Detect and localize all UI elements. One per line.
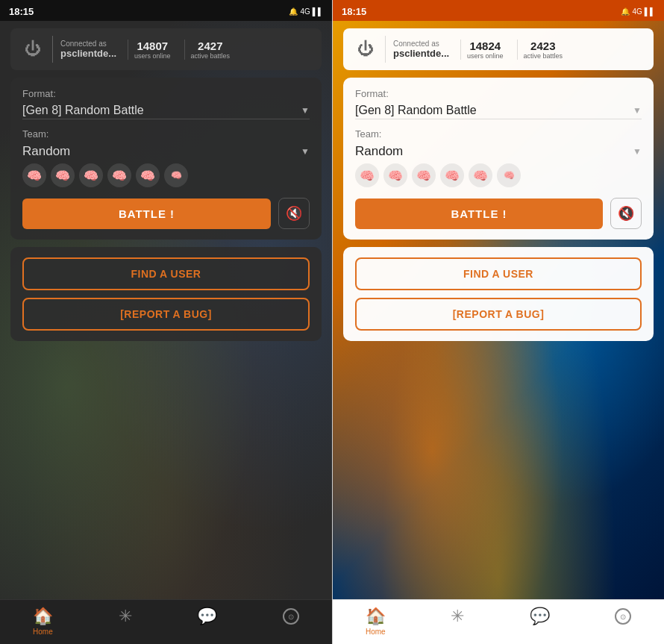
connected-username-left: psclientde... (60, 48, 120, 59)
search-icon-right: ✳ (451, 607, 464, 626)
active-battles-number-left: 2427 (198, 40, 222, 52)
users-online-number-left: 14807 (137, 40, 168, 52)
nav-pokeball-left[interactable]: ⊙ · (283, 608, 299, 634)
team-value-left: Random (22, 144, 70, 159)
active-battles-number-right: 2423 (530, 40, 555, 52)
battle-button-left[interactable]: BATTLE ! (22, 198, 271, 229)
active-battles-block-left: 2427 active battles (184, 40, 237, 60)
home-label-left: Home (33, 628, 53, 636)
main-content-right: ⏻ Connected as psclientde... 14824 users… (333, 21, 664, 599)
connected-info-right: Connected as psclientde... (393, 40, 453, 59)
mute-button-left[interactable]: 🔇 (278, 198, 310, 229)
status-icons-left: 🔔 4G ▌▌ (289, 7, 323, 16)
status-bar-right: 18:15 🔔 4G ▌▌ (333, 0, 664, 21)
power-icon-left: ⏻ (25, 40, 41, 59)
connected-info-left: Connected as psclientde... (60, 40, 120, 59)
divider-right (385, 36, 386, 63)
pokemon-icon-5-right: 🧠 (469, 163, 492, 187)
notification-icon-right: 🔔 (621, 7, 630, 16)
find-user-button-right[interactable]: FIND A USER (355, 257, 642, 290)
pokemon-icon-2-right: 🧠 (383, 163, 407, 187)
nav-search-right[interactable]: ✳ · (451, 607, 464, 636)
pokemon-icon-6-left: 🧠 (164, 163, 188, 187)
signal-icon-right: 4G (632, 7, 642, 16)
pokeball-icon-right: ⊙ (615, 608, 631, 625)
divider-left (52, 36, 53, 63)
pokemon-icon-4-left: 🧠 (107, 163, 131, 187)
team-dropdown-right[interactable]: Random ▼ (355, 144, 642, 159)
connected-username-right: psclientde... (393, 48, 453, 59)
battle-button-right[interactable]: BATTLE ! (355, 198, 603, 229)
search-icon-left: ✳ (119, 607, 132, 626)
team-label-left: Team: (22, 128, 310, 140)
chat-icon-right: 💬 (530, 607, 550, 626)
nav-chat-left[interactable]: 💬 · (197, 607, 217, 636)
battle-actions-left: BATTLE ! 🔇 (22, 198, 310, 229)
pokemon-icon-2-left: 🧠 (51, 163, 75, 187)
format-value-left: [Gen 8] Random Battle (22, 104, 144, 117)
format-dropdown-left[interactable]: [Gen 8] Random Battle ▼ (22, 104, 310, 119)
team-arrow-left: ▼ (301, 146, 310, 157)
status-time-right: 18:15 (342, 6, 366, 17)
connected-label-left: Connected as (60, 40, 120, 48)
users-online-block-left: 14807 users online (128, 40, 177, 60)
power-icon-right: ⏻ (357, 40, 374, 59)
pokemon-icon-3-right: 🧠 (412, 163, 436, 187)
home-icon-right: 🏠 (366, 607, 386, 626)
main-content-left: ⏻ Connected as psclientde... 14807 users… (0, 21, 332, 599)
team-dropdown-left[interactable]: Random ▼ (22, 144, 310, 159)
pokemon-icon-3-left: 🧠 (79, 163, 103, 187)
nav-chat-right[interactable]: 💬 · (530, 607, 550, 636)
pokemon-icon-4-right: 🧠 (440, 163, 464, 187)
mute-icon-left: 🔇 (286, 205, 302, 222)
home-label-right: Home (366, 628, 386, 636)
active-battles-label-right: active battles (524, 52, 563, 60)
team-value-right: Random (355, 144, 403, 159)
status-icons-right: 🔔 4G ▌▌ (621, 7, 655, 16)
chat-icon-left: 💬 (197, 607, 217, 626)
pokemon-icon-5-left: 🧠 (136, 163, 160, 187)
signal-icon-left: 4G (300, 7, 310, 16)
format-label-left: Format: (22, 88, 310, 99)
format-dropdown-right[interactable]: [Gen 8] Random Battle ▼ (355, 104, 642, 119)
right-phone-panel: 18:15 🔔 4G ▌▌ ⏻ Connected as psclientde.… (332, 0, 664, 644)
left-phone-panel: 18:15 🔔 4G ▌▌ ⏻ Connected as psclientde.… (0, 0, 332, 644)
nav-home-right[interactable]: 🏠 Home (366, 607, 386, 636)
users-online-label-right: users online (467, 52, 504, 60)
wifi-icon-right: ▌▌ (645, 7, 655, 16)
battle-card-right: Format: [Gen 8] Random Battle ▼ Team: Ra… (343, 78, 654, 240)
pokemon-icon-1-left: 🧠 (22, 163, 46, 187)
notification-icon-left: 🔔 (289, 7, 298, 16)
status-bar-left: 18:15 🔔 4G ▌▌ (0, 0, 332, 21)
find-user-button-left[interactable]: FIND A USER (22, 257, 310, 290)
format-arrow-left: ▼ (301, 105, 310, 116)
nav-pokeball-right[interactable]: ⊙ · (615, 608, 631, 634)
pokemon-icons-left: 🧠 🧠 🧠 🧠 🧠 🧠 (22, 163, 310, 187)
power-icon-wrap-left[interactable]: ⏻ (21, 37, 45, 61)
format-value-right: [Gen 8] Random Battle (355, 104, 477, 117)
report-bug-button-right[interactable]: [REPORT A BUG] (355, 298, 642, 331)
format-label-right: Format: (355, 88, 642, 99)
team-arrow-right: ▼ (633, 146, 642, 157)
users-online-label-left: users online (134, 52, 171, 60)
pokemon-icons-right: 🧠 🧠 🧠 🧠 🧠 🧠 (355, 163, 642, 187)
nav-home-left[interactable]: 🏠 Home (33, 607, 53, 636)
active-battles-block-right: 2423 active battles (517, 40, 569, 60)
pokemon-icon-6-right: 🧠 (497, 163, 521, 187)
team-label-right: Team: (355, 128, 642, 140)
pokemon-icon-1-right: 🧠 (355, 163, 379, 187)
battle-card-left: Format: [Gen 8] Random Battle ▼ Team: Ra… (10, 78, 322, 240)
nav-search-left[interactable]: ✳ · (119, 607, 132, 636)
power-icon-wrap-right[interactable]: ⏻ (354, 37, 378, 61)
report-bug-button-left[interactable]: [REPORT A BUG] (22, 298, 310, 331)
mute-button-right[interactable]: 🔇 (610, 198, 642, 229)
wifi-icon-left: ▌▌ (313, 7, 323, 16)
connected-label-right: Connected as (393, 40, 453, 48)
mute-icon-right: 🔇 (618, 205, 634, 222)
users-online-number-right: 14824 (469, 40, 501, 52)
bottom-nav-right: 🏠 Home ✳ · 💬 · ⊙ · (333, 599, 664, 644)
bottom-nav-left: 🏠 Home ✳ · 💬 · ⊙ · (0, 599, 332, 644)
format-arrow-right: ▼ (633, 105, 642, 116)
extra-card-right: FIND A USER [REPORT A BUG] (343, 247, 654, 341)
status-time-left: 18:15 (9, 6, 34, 17)
